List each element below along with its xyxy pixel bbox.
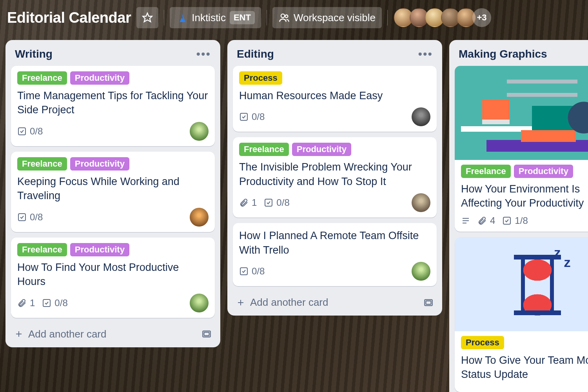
atlassian-icon — [176, 12, 188, 24]
workspace-button[interactable]: Inktistic ENT — [170, 7, 261, 28]
card-title: How To Give Your Team Monthly Status Upd… — [461, 353, 588, 382]
label-process[interactable]: Process — [239, 71, 282, 85]
card-title: Human Resources Made Easy — [239, 89, 430, 103]
card-member-avatar[interactable] — [412, 107, 430, 126]
list-menu-button[interactable]: ••• — [418, 52, 433, 56]
checklist-badge: 0/8 — [264, 197, 289, 208]
list-making-graphics: Making Graphics Freelance Productivity H… — [449, 40, 588, 392]
template-icon[interactable] — [201, 329, 212, 339]
label-productivity[interactable]: Productivity — [70, 243, 129, 256]
checklist-badge: 0/8 — [42, 298, 67, 309]
label-freelance[interactable]: Freelance — [17, 71, 67, 85]
card[interactable]: z z z z Process How To Give Your Team Mo… — [455, 237, 588, 392]
board-header: Editorial Calendar Inktistic ENT Workspa… — [0, 0, 588, 40]
checklist-badge: 0/8 — [17, 212, 43, 223]
svg-rect-8 — [240, 113, 247, 120]
label-freelance[interactable]: Freelance — [17, 243, 67, 256]
list-menu-button[interactable]: ••• — [196, 52, 211, 56]
checklist-icon — [42, 298, 51, 308]
card-member-avatar[interactable] — [412, 193, 430, 212]
plus-icon — [236, 298, 245, 307]
list-title[interactable]: Editing — [237, 48, 274, 60]
card-member-avatar[interactable] — [190, 208, 209, 227]
checklist-badge: 1/8 — [502, 215, 528, 226]
card[interactable]: Freelance Productivity Keeping Focus Whi… — [11, 152, 215, 232]
people-icon — [279, 12, 290, 23]
member-avatars[interactable]: +3 — [397, 8, 491, 27]
card-cover-image — [455, 66, 588, 160]
card[interactable]: Freelance Productivity How To Find Your … — [11, 238, 215, 318]
label-productivity[interactable]: Productivity — [514, 165, 573, 178]
svg-rect-12 — [426, 301, 431, 304]
header-divider — [387, 10, 388, 25]
attachment-badge: 1 — [239, 197, 257, 208]
description-icon — [461, 216, 470, 225]
card[interactable]: Freelance Productivity The Invisible Pro… — [233, 137, 437, 218]
checklist-icon — [17, 212, 27, 222]
workspace-plan-badge: ENT — [230, 11, 255, 24]
checklist-icon — [239, 267, 249, 276]
add-card-button[interactable]: Add another card — [236, 296, 328, 309]
visibility-label: Workspace visible — [294, 12, 376, 24]
checklist-icon — [264, 198, 273, 207]
svg-rect-3 — [18, 128, 25, 135]
list-editing: Editing ••• Process Human Resources Made… — [227, 40, 442, 316]
svg-point-1 — [281, 14, 285, 18]
star-button[interactable] — [136, 7, 158, 28]
template-icon[interactable] — [423, 298, 434, 308]
list-title[interactable]: Writing — [15, 48, 53, 60]
card-title: How Your Environment Is Affecting Your P… — [461, 182, 588, 211]
label-freelance[interactable]: Freelance — [461, 165, 511, 178]
label-freelance[interactable]: Freelance — [239, 143, 289, 156]
svg-rect-4 — [18, 214, 25, 221]
card-member-avatar[interactable] — [190, 122, 209, 141]
description-badge — [461, 216, 470, 225]
more-members-button[interactable]: +3 — [472, 8, 491, 27]
checklist-icon — [17, 127, 27, 136]
card-title: How To Find Your Most Productive Hours — [17, 260, 209, 289]
svg-point-2 — [285, 15, 288, 18]
label-productivity[interactable]: Productivity — [70, 157, 129, 171]
card-title: How I Planned A Remote Team Offsite With… — [239, 229, 430, 257]
visibility-button[interactable]: Workspace visible — [272, 7, 382, 28]
svg-rect-10 — [240, 268, 247, 275]
card[interactable]: Process Human Resources Made Easy 0/8 — [233, 66, 437, 132]
attachment-badge: 1 — [17, 298, 35, 309]
card[interactable]: How I Planned A Remote Team Offsite With… — [233, 223, 437, 286]
star-icon — [142, 12, 153, 23]
checklist-icon — [239, 112, 249, 122]
svg-rect-9 — [265, 199, 272, 206]
checklist-icon — [502, 216, 512, 225]
add-card-button[interactable]: Add another card — [14, 328, 106, 340]
card-member-avatar[interactable] — [412, 262, 430, 281]
board-title[interactable]: Editorial Calendar — [7, 9, 131, 26]
paperclip-icon — [477, 216, 487, 225]
card-title: The Invisible Problem Wrecking Your Prod… — [239, 160, 430, 189]
label-process[interactable]: Process — [461, 336, 504, 349]
checklist-badge: 0/8 — [239, 111, 265, 122]
label-freelance[interactable]: Freelance — [17, 157, 67, 171]
checklist-badge: 0/8 — [17, 126, 43, 137]
header-divider — [164, 10, 164, 25]
card-title: Time Management Tips for Tackling Your S… — [17, 89, 209, 117]
card[interactable]: Freelance Productivity Time Management T… — [11, 66, 215, 146]
label-productivity[interactable]: Productivity — [70, 71, 129, 85]
paperclip-icon — [17, 298, 27, 308]
svg-marker-0 — [143, 13, 152, 22]
header-divider — [267, 10, 267, 25]
svg-rect-13 — [503, 217, 510, 224]
attachment-badge: 4 — [477, 215, 495, 226]
card-member-avatar[interactable] — [190, 294, 209, 312]
list-writing: Writing ••• Freelance Productivity Time … — [5, 40, 220, 347]
card-cover-image: z z z z — [455, 237, 588, 331]
list-title[interactable]: Making Graphics — [459, 48, 547, 60]
label-productivity[interactable]: Productivity — [292, 143, 351, 156]
workspace-name: Inktistic — [192, 12, 226, 24]
checklist-badge: 0/8 — [239, 266, 265, 277]
card[interactable]: Freelance Productivity How Your Environm… — [455, 66, 588, 232]
board-canvas: Writing ••• Freelance Productivity Time … — [0, 40, 588, 392]
card-title: Keeping Focus While Working and Travelin… — [17, 174, 209, 203]
svg-rect-5 — [43, 299, 50, 307]
svg-rect-7 — [204, 332, 209, 336]
paperclip-icon — [239, 198, 249, 207]
